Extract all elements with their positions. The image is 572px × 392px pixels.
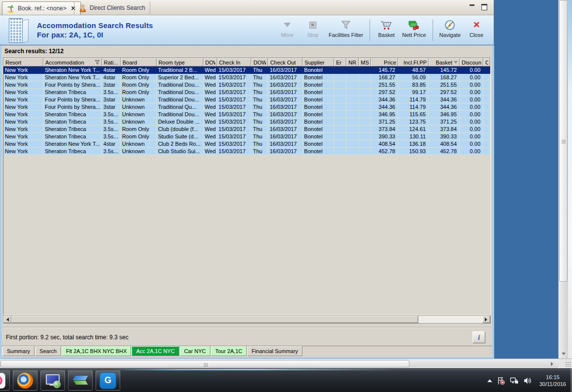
action-center-flag-icon[interactable] bbox=[497, 376, 505, 385]
bottom-tab-accommodation-selected[interactable]: Acc 2A,1C NYC bbox=[132, 346, 179, 356]
bottom-tab-financial-summary[interactable]: Financial Summary bbox=[247, 346, 303, 356]
column-header-nr[interactable]: NR bbox=[346, 58, 359, 66]
outer-scroll-right-button[interactable] bbox=[548, 360, 556, 367]
result-row[interactable]: New YorkFour Points by Shera...3starUnkn… bbox=[3, 96, 490, 103]
window-frame-edge bbox=[568, 0, 572, 359]
taskbar-clock[interactable]: 16:15 30/11/2016 bbox=[537, 374, 569, 388]
column-header-discount[interactable]: Discount bbox=[460, 58, 483, 66]
result-cell: New York bbox=[3, 140, 43, 148]
result-cell: 0.00 bbox=[460, 148, 483, 155]
facilities-filter-button[interactable]: Facilities Filter bbox=[326, 18, 366, 39]
hotel-building-icon bbox=[6, 17, 31, 43]
result-cell bbox=[483, 89, 490, 96]
outer-horizontal-thumb[interactable] bbox=[0, 360, 409, 367]
result-row[interactable]: New YorkSheraton Tribeca3.5s...UnknownCl… bbox=[3, 148, 490, 155]
volume-icon[interactable] bbox=[523, 376, 532, 385]
column-header-basket[interactable]: Basket bbox=[429, 58, 460, 66]
result-row[interactable]: New YorkSheraton Tribeca3.5s...Room Only… bbox=[3, 133, 490, 140]
column-header-dow[interactable]: DOW bbox=[251, 58, 268, 66]
column-header-check-in[interactable]: Check In bbox=[217, 58, 252, 66]
nett-price-button[interactable]: Nett Price bbox=[400, 18, 428, 39]
column-header-resort[interactable]: Resort bbox=[3, 58, 43, 66]
result-cell: Sheraton Tribeca bbox=[43, 118, 102, 126]
column-header-c[interactable]: C bbox=[483, 58, 490, 66]
column-header-room-type[interactable]: Room type bbox=[157, 58, 203, 66]
column-header-price[interactable]: Price bbox=[371, 58, 398, 66]
result-cell: 114.79 bbox=[398, 103, 429, 111]
column-filter-icon[interactable] bbox=[95, 60, 100, 65]
result-row[interactable]: New YorkFour Points by Shera...3starUnkn… bbox=[3, 103, 490, 111]
taskbar-button-media-app[interactable] bbox=[0, 370, 10, 391]
outer-vertical-thumb[interactable] bbox=[559, 0, 568, 282]
result-row[interactable]: New YorkSheraton New York T...4starRoom … bbox=[3, 74, 490, 81]
result-cell bbox=[359, 89, 371, 96]
network-icon[interactable] bbox=[510, 376, 519, 385]
client-person-icon bbox=[79, 4, 87, 12]
bottom-tab-search[interactable]: Search bbox=[35, 346, 61, 356]
scroll-right-button[interactable] bbox=[482, 316, 490, 323]
grid-horizontal-scrollbar[interactable] bbox=[3, 315, 491, 324]
result-cell bbox=[334, 140, 346, 148]
result-cell: Sheraton New York T... bbox=[43, 140, 102, 148]
column-header-board[interactable]: Board bbox=[121, 58, 157, 66]
column-header-rati-[interactable]: Rati... bbox=[102, 58, 121, 66]
column-header-er[interactable]: Er bbox=[334, 58, 346, 66]
taskbar-button-remote-desktop[interactable] bbox=[40, 370, 65, 391]
bottom-tab-tour[interactable]: Tour 2A,1C bbox=[211, 346, 247, 356]
column-header-supplier[interactable]: Supplier bbox=[303, 58, 334, 66]
result-cell: 15/03/2017 bbox=[217, 66, 252, 74]
taskbar-button-firefox[interactable] bbox=[13, 370, 37, 391]
result-cell: New York bbox=[3, 133, 43, 140]
outer-horizontal-scrollbar[interactable] bbox=[0, 359, 558, 368]
bottom-tab-summary[interactable]: Summary bbox=[2, 346, 34, 356]
result-cell bbox=[334, 126, 346, 133]
result-row[interactable]: New YorkSheraton New York T...4starRoom … bbox=[3, 66, 490, 74]
window-resize-grip[interactable] bbox=[558, 359, 572, 368]
result-cell: Thu bbox=[251, 103, 268, 111]
result-row[interactable]: New YorkSheraton Tribeca3.5s...UnknownDe… bbox=[3, 118, 490, 126]
taskbar-button-flat-docs-app[interactable] bbox=[68, 370, 93, 391]
minimize-button[interactable] bbox=[469, 3, 476, 10]
funnel-icon bbox=[340, 19, 351, 31]
result-cell: 3.5s... bbox=[102, 133, 121, 140]
result-cell: 15/03/2017 bbox=[217, 140, 252, 148]
bottom-tab-flight[interactable]: Flt 2A,1C BHX NYC BHX bbox=[62, 346, 131, 356]
result-cell: Bonotel bbox=[303, 96, 334, 103]
result-cell bbox=[483, 148, 490, 155]
result-row[interactable]: New YorkSheraton New York T...4starUnkno… bbox=[3, 140, 490, 148]
close-button[interactable]: ✕ Close bbox=[464, 18, 489, 39]
hidden-icons-chevron-icon[interactable] bbox=[487, 379, 492, 382]
outer-scroll-down-button[interactable] bbox=[559, 350, 568, 358]
result-row[interactable]: New YorkSheraton Tribeca3.5s...UnknownTr… bbox=[3, 111, 490, 118]
outer-vertical-scrollbar[interactable] bbox=[558, 0, 568, 359]
result-cell bbox=[359, 81, 371, 89]
taskbar-button-g-browser[interactable]: G bbox=[96, 370, 120, 391]
result-cell: 124.61 bbox=[398, 126, 429, 133]
column-header-incl-fl-pp[interactable]: Incl.Fl.PP bbox=[398, 58, 429, 66]
panel-divider bbox=[2, 327, 491, 328]
bottom-tab-car[interactable]: Car NYC bbox=[180, 346, 210, 356]
result-cell: 452.78 bbox=[429, 148, 460, 155]
result-row[interactable]: New YorkSheraton Tribeca3.5s...Room Only… bbox=[3, 126, 490, 133]
info-button[interactable]: i bbox=[472, 331, 485, 343]
column-header-check-out[interactable]: Check Out bbox=[268, 58, 303, 66]
result-cell: 136.18 bbox=[398, 140, 429, 148]
column-header-ms[interactable]: MS bbox=[359, 58, 371, 66]
result-cell: 344.36 bbox=[371, 103, 398, 111]
result-cell: 408.54 bbox=[371, 140, 398, 148]
column-header-dow[interactable]: DOW bbox=[203, 58, 217, 66]
result-row[interactable]: New YorkFour Points by Shera...3starRoom… bbox=[3, 81, 490, 89]
result-cell: Traditional Dou... bbox=[157, 89, 203, 96]
result-cell: Superior 2 Bed... bbox=[157, 74, 203, 81]
grid-scrollbar-thumb[interactable] bbox=[11, 316, 418, 323]
result-cell bbox=[346, 111, 359, 118]
tab-direct-clients-search[interactable]: Direct Clients Search bbox=[74, 1, 150, 14]
result-cell: Sheraton New York T... bbox=[43, 74, 102, 81]
navigate-button[interactable]: Navigate bbox=[437, 18, 463, 39]
scroll-left-button[interactable] bbox=[3, 316, 11, 323]
tab-booking-ref[interactable]: Book. ref.: <none> ✕ bbox=[2, 1, 81, 15]
maximize-button[interactable] bbox=[481, 3, 488, 10]
basket-button[interactable]: Basket bbox=[374, 18, 399, 39]
column-header-accommodation[interactable]: Accommodation bbox=[43, 58, 102, 66]
result-row[interactable]: New YorkSheraton Tribeca3.5s...Room Only… bbox=[3, 89, 490, 96]
